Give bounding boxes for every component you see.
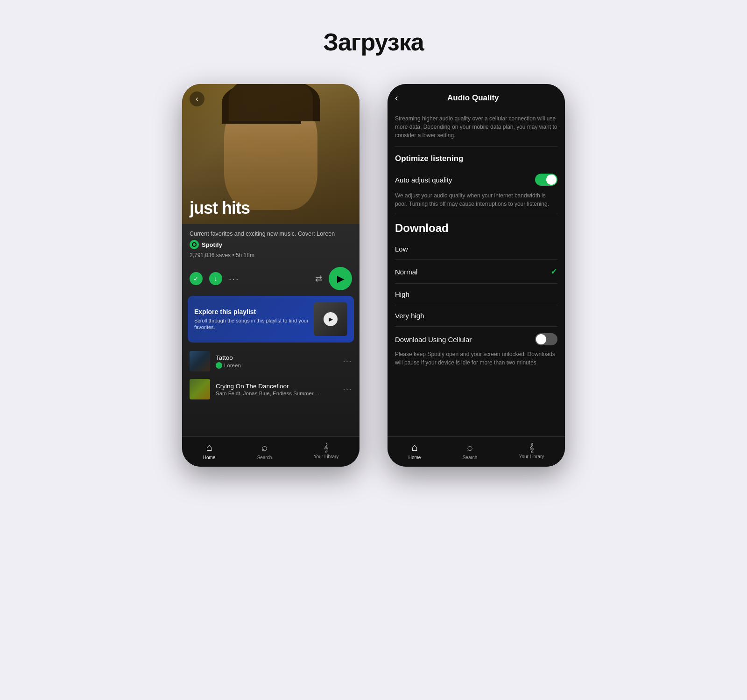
spotify-logo-inner	[192, 242, 197, 247]
explore-text: Explore this playlist Scroll through the…	[194, 308, 309, 331]
audio-quality-header: ‹ Audio Quality	[388, 84, 565, 110]
back-button[interactable]: ‹	[395, 92, 398, 103]
home-icon: ⌂	[411, 441, 417, 454]
quality-high-label: High	[395, 290, 409, 298]
quality-very-high-row[interactable]: Very high	[395, 305, 557, 327]
quality-low-row[interactable]: Low	[395, 238, 557, 260]
nav-search-label: Search	[463, 455, 478, 460]
song-row[interactable]: Crying On The Dancefloor Sam Feldt, Jona…	[182, 375, 359, 403]
quality-low-label: Low	[395, 245, 408, 253]
playlist-title: just hits	[190, 200, 250, 217]
artist-dot-icon	[216, 362, 222, 369]
search-icon: ⌕	[467, 441, 473, 454]
nav-home[interactable]: ⌂ Home	[409, 441, 421, 460]
cellular-description: Please keep Spotify open and your screen…	[395, 350, 557, 371]
artist-name: Loreen	[224, 363, 241, 368]
auto-adjust-row: Auto adjust quality	[395, 168, 557, 191]
hero-silhouette	[224, 89, 317, 210]
auto-adjust-toggle[interactable]	[535, 174, 557, 186]
left-phone: ‹ just hits Current favorites and exciti…	[182, 84, 359, 467]
song-title: Tattoo	[216, 354, 337, 361]
auto-adjust-description: We adjust your audio quality when your i…	[395, 191, 557, 214]
cellular-toggle[interactable]	[535, 333, 557, 345]
home-icon: ⌂	[206, 441, 212, 454]
selected-checkmark-icon: ✓	[550, 266, 557, 277]
explore-description: Scroll through the songs in this playlis…	[194, 317, 309, 331]
brand-label: Spotify	[202, 241, 222, 248]
spotify-logo	[190, 240, 199, 249]
cellular-row: Download Using Cellular	[395, 327, 557, 350]
song-artist: Sam Feldt, Jonas Blue, Endless Summer,..…	[216, 391, 337, 396]
song-more-button[interactable]: ···	[343, 385, 352, 394]
quality-high-row[interactable]: High	[395, 284, 557, 305]
quality-normal-row[interactable]: Normal ✓	[395, 260, 557, 284]
explore-title: Explore this playlist	[194, 308, 309, 315]
cellular-label: Download Using Cellular	[395, 336, 472, 343]
playlist-description: Current favorites and exciting new music…	[190, 231, 352, 237]
playlist-body: Current favorites and exciting new music…	[182, 224, 359, 436]
nav-library-label: Your Library	[519, 454, 544, 459]
audio-quality-body: Streaming higher audio quality over a ce…	[388, 110, 565, 436]
nav-search[interactable]: ⌕ Search	[463, 441, 478, 460]
song-info: Crying On The Dancefloor Sam Feldt, Jona…	[216, 383, 337, 396]
bottom-nav: ⌂ Home ⌕ Search 𝄞 Your Library	[182, 436, 359, 467]
download-icon[interactable]: ↓	[209, 272, 222, 285]
nav-home[interactable]: ⌂ Home	[203, 441, 216, 460]
download-section-title: Download	[395, 214, 557, 238]
auto-adjust-label: Auto adjust quality	[395, 176, 452, 184]
explore-play-button[interactable]: ▶	[324, 312, 338, 326]
song-info: Tattoo Loreen	[216, 354, 337, 369]
more-options-button[interactable]: ···	[229, 273, 240, 284]
back-button[interactable]: ‹	[190, 91, 204, 106]
play-button[interactable]: ▶	[329, 267, 352, 290]
nav-search[interactable]: ⌕ Search	[257, 441, 272, 460]
nav-home-label: Home	[409, 455, 421, 460]
bottom-nav: ⌂ Home ⌕ Search 𝄞 Your Library	[388, 436, 565, 467]
aq-intro-text: Streaming higher audio quality over a ce…	[395, 110, 557, 147]
library-icon: 𝄞	[324, 443, 329, 453]
optimize-section-title: Optimize listening	[395, 147, 557, 168]
explore-thumbnail: ▶	[314, 302, 347, 336]
song-row[interactable]: Tattoo Loreen ···	[182, 347, 359, 375]
right-phone: ‹ Audio Quality Streaming higher audio q…	[388, 84, 565, 467]
quality-very-high-label: Very high	[395, 312, 424, 320]
song-thumbnail	[190, 379, 210, 399]
nav-library[interactable]: 𝄞 Your Library	[519, 443, 544, 459]
playlist-actions: ✓ ↓ ··· ⇄ ▶	[182, 267, 359, 296]
playlist-info: Current favorites and exciting new music…	[182, 224, 359, 267]
playlist-brand: Spotify	[190, 240, 352, 249]
nav-library[interactable]: 𝄞 Your Library	[314, 443, 339, 459]
phones-container: ‹ just hits Current favorites and exciti…	[182, 84, 565, 467]
search-icon: ⌕	[261, 441, 268, 454]
artist-name: Sam Feldt, Jonas Blue, Endless Summer,..…	[216, 391, 319, 396]
shuffle-button[interactable]: ⇄	[315, 273, 322, 284]
song-title: Crying On The Dancefloor	[216, 383, 337, 390]
explore-banner[interactable]: Explore this playlist Scroll through the…	[188, 296, 354, 343]
nav-library-label: Your Library	[314, 454, 339, 459]
page-title: Загрузка	[323, 28, 423, 56]
saved-icon[interactable]: ✓	[190, 272, 203, 285]
quality-normal-label: Normal	[395, 268, 417, 276]
playlist-meta: 2,791,036 saves • 5h 18m	[190, 252, 352, 259]
playlist-hero: ‹ just hits	[182, 84, 359, 224]
nav-home-label: Home	[203, 455, 216, 460]
audio-quality-title: Audio Quality	[404, 93, 543, 103]
song-artist: Loreen	[216, 362, 337, 369]
nav-search-label: Search	[257, 455, 272, 460]
song-more-button[interactable]: ···	[343, 357, 352, 366]
song-thumbnail	[190, 351, 210, 371]
library-icon: 𝄞	[529, 443, 534, 453]
